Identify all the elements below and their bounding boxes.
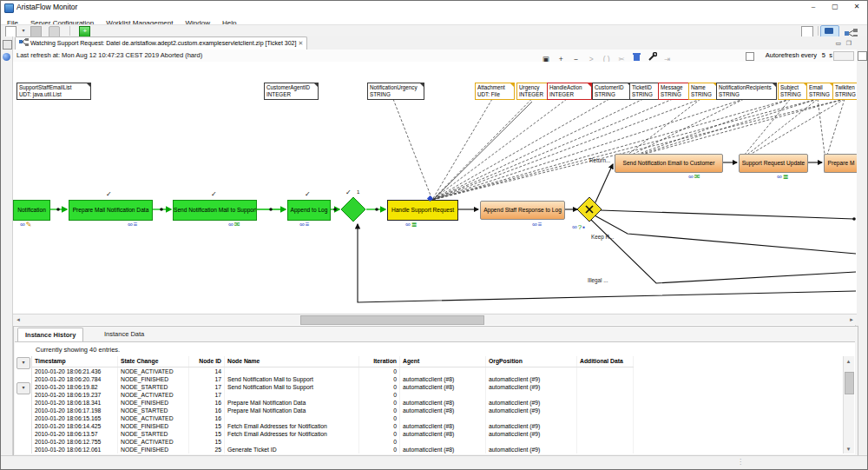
data-edge [620,99,845,161]
tab-instance-data[interactable]: Instance Data [97,328,151,341]
scroll-bottom-button[interactable]: ▾ [16,382,30,394]
new-dropdown-icon[interactable]: ▾ [22,25,24,36]
interval-input[interactable] [833,51,854,61]
autorefresh-checkbox[interactable] [746,52,754,61]
interval-unit: s [829,50,832,62]
branch-label-return: Return... [589,157,610,163]
data-edge [432,99,818,200]
table-row[interactable]: 2010-01-20 18:06:19.237NODE_ACTIVATED170 [32,391,634,399]
check-icon: ✓ [345,189,352,196]
data-element-subject[interactable]: SubjectSTRING [778,83,808,100]
pencil-icon: ✎ [26,221,33,228]
data-edge [432,99,643,200]
table-row[interactable]: 2010-01-20 18:06:18.341NODE_FINISHED16Pr… [32,399,634,407]
branch-label-keep: Keep R... [591,234,614,240]
mail-icon: ✉ [694,173,701,181]
fast-view-icon[interactable] [858,51,867,61]
data-edge [620,99,818,161]
data-element-notificationrecipients[interactable]: NotificationRecipientsSTRING [716,83,777,100]
data-element-supportstaffemaillist[interactable]: SupportStaffEmailListUDT: java.util.List [16,83,91,100]
table-row[interactable]: 2010-01-20 18:06:19.82NODE_STARTED17Send… [32,383,634,391]
node-append-log[interactable]: Append to Log [287,200,331,221]
table-row[interactable]: 2010-01-20 18:06:21.436NODE_ACTIVATED140 [32,367,634,376]
view-minimize-icon[interactable]: ▭ [835,39,841,47]
maximize-button[interactable]: ▢ [825,1,845,13]
data-element-handleaction[interactable]: HandleActionINTEGER [547,83,592,100]
table-row[interactable]: 2010-01-20 18:06:14.425NODE_FINISHED15Fe… [32,422,634,430]
view-maximize-icon[interactable]: ❐ [846,39,852,47]
data-edge [432,99,532,200]
table-row[interactable]: 2010-01-20 18:06:17.198NODE_STARTED16Pre… [32,407,634,414]
list-icon: ≡ [134,221,139,228]
data-element-message[interactable]: MessageSTRING [658,83,693,100]
entry-count: Currently showing 40 entries. [36,346,120,354]
node-icons: ∞≡ [128,222,138,228]
branch-label-illegal: Illegal ... [588,277,608,283]
node-icons: ∞?▪ [572,224,586,231]
close-button[interactable]: ✕ [846,1,867,13]
node-prepare-mail[interactable]: Prepare Mail Notification Data [69,200,153,221]
history-table-body: 2010-01-20 18:06:21.436NODE_ACTIVATED140… [32,367,634,454]
data-element-customeragentid[interactable]: CustomerAgentIDINTEGER [264,83,319,100]
data-element-name[interactable]: NameSTRING [688,83,718,100]
tab-close-icon[interactable]: ✕ [298,40,303,46]
instance-history-content: Currently showing 40 entries. ▾ ▾ Timest… [15,341,855,454]
scroll-up-icon[interactable]: ▴ [844,356,853,366]
data-edge [620,99,744,161]
minimize-button[interactable]: – [803,1,824,13]
table-header-row[interactable]: TimestampState ChangeNode IDNode NameIte… [32,356,634,367]
app-icon [4,3,14,13]
scroll-right-icon[interactable]: ▸ [846,314,857,324]
node-send-email-customer[interactable]: Send Notification Email to Customer [615,154,723,173]
fold-corner-icon [314,83,318,87]
node-icons: ∞✉ [228,222,240,228]
data-element-notificationurgency[interactable]: NotificationUrgencySTRING [367,83,424,100]
status-bar: ⋮ [1,455,867,470]
editor-tab-row: Watching Support Request: Datei de.arist… [13,36,857,50]
node-send-mail-support[interactable]: Send Notification Mail to Support [173,200,257,221]
node-handle-support-request[interactable]: Handle Support Request [387,200,458,221]
vscroll-thumb[interactable] [845,372,854,394]
canvas-hscrollbar[interactable]: ◂ ▸ [13,314,857,325]
glasses-icon: ∞ [228,221,234,228]
glasses-icon: ∞ [20,221,26,228]
fold-corner-icon [420,83,424,87]
scroll-left-icon[interactable]: ◂ [13,314,23,324]
data-element-email[interactable]: EmailSTRING [806,83,834,100]
table-row[interactable]: 2010-01-20 18:06:15.165NODE_ACTIVATED160 [32,414,634,422]
workflow-perspective-button[interactable] [845,26,858,36]
table-row[interactable]: 2010-01-20 18:06:13.57NODE_STARTED15Fetc… [32,430,634,438]
workflow-canvas[interactable]: SupportStaffEmailListUDT: java.util.List… [13,62,857,314]
data-edge [818,99,825,161]
scroll-top-button[interactable]: ▾ [16,357,30,369]
data-edge [432,99,567,200]
glasses-icon: ∞ [688,173,694,181]
restore-view-icon[interactable] [3,40,12,50]
data-element-attachment[interactable]: AttachmentUDT: File [475,83,515,100]
hscroll-thumb[interactable] [300,315,484,325]
node-support-request-update[interactable]: Support Request Update [739,154,808,173]
table-row[interactable]: 2010-01-20 18:06:12.755NODE_ACTIVATED150 [32,438,634,446]
list-icon: ≡ [538,221,543,228]
node-append-staff-response[interactable]: Append Staff Response to Log [480,201,565,220]
column-header-agent: Agent [400,356,486,367]
table-row[interactable]: 2010-01-20 18:06:20.784NODE_FINISHED17Se… [32,375,634,383]
refresh-status: Last refresh at: Mon Aug 12 10:47:23 CES… [16,50,202,62]
left-view-strip [1,36,13,455]
check-icon: ✓ [305,191,311,198]
table-row[interactable]: 2010-01-20 18:06:12.061NODE_FINISHED25Ge… [32,446,634,453]
editor-tab[interactable]: Watching Support Request: Datei de.arist… [15,36,307,50]
scroll-down-icon[interactable]: ▾ [844,444,853,453]
data-element-customerid[interactable]: CustomerIDSTRING [592,83,632,100]
editor-tab-label: Watching Support Request: Datei de.arist… [30,40,296,46]
tab-instance-history[interactable]: Instance History [17,328,83,342]
table-vscrollbar[interactable]: ▴ ▾ [843,356,854,453]
node-prepare-m[interactable]: Prepare M [824,154,857,173]
node-fetch-notification[interactable]: Notification [13,200,50,221]
node-icons: ∞≣ [777,174,789,181]
glasses-icon: ∞ [572,223,578,231]
column-header-iteration: Iteration [359,356,400,367]
data-element-twikiten[interactable]: TwikitenSTRING [832,83,857,100]
monitor-view-icon[interactable] [3,53,10,61]
data-edge-solid [434,102,532,199]
